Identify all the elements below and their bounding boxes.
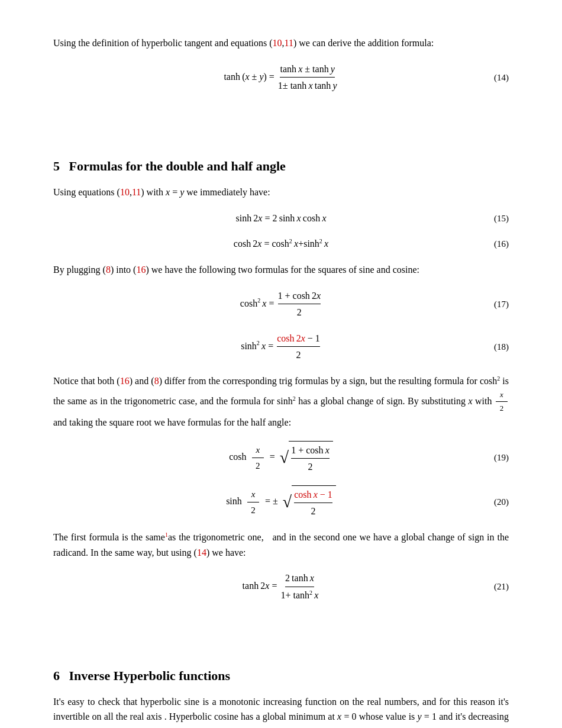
plugging-paragraph: By plugging (8) into (16) we have the fo…	[53, 262, 509, 278]
eq16-content: cosh 2x = cosh2 x+sinh2 x	[234, 236, 328, 252]
eq14-label: (14)	[494, 70, 509, 85]
ref-11b[interactable]: 11	[132, 187, 141, 197]
eq20-label: (20)	[494, 495, 509, 509]
page: Using the definition of hyperbolic tange…	[53, 36, 509, 728]
eq14-content: tanh (x ± y) = tanh x ± tanh y 1± tanh x…	[224, 62, 338, 94]
sqrt-symbol-19: √	[280, 449, 289, 466]
eq19-label: (19)	[494, 450, 509, 465]
section6-intro: It's easy to check that hyperbolic sine …	[53, 694, 509, 728]
section6-heading: 6 Inverse Hyperbolic functions	[53, 665, 509, 686]
eq21-content: tanh 2x = 2 tanh x 1+ tanh2 x	[243, 571, 320, 603]
ref-16b[interactable]: 16	[120, 376, 130, 386]
ref-11[interactable]: 11	[285, 38, 293, 48]
sqrt-symbol-20: √	[283, 494, 292, 510]
eq19-sqrt-content: 1 + cosh x 2	[289, 441, 333, 475]
section5-number: 5	[53, 159, 60, 173]
notice-paragraph: Notice that both (16) and (8) differ fro…	[53, 373, 509, 430]
eq21-frac: 2 tanh x 1+ tanh2 x	[281, 571, 319, 603]
section5-heading: 5 Formulas for the double and half angle	[53, 156, 509, 176]
ref-8[interactable]: 8	[106, 265, 111, 275]
eq20-frac-x2: x 2	[247, 487, 259, 517]
eq17-content: cosh2 x = 1 + cosh 2x 2	[240, 288, 322, 320]
eq18-frac: cosh 2x − 1 2	[277, 331, 320, 363]
eq19-content: cosh x 2 = √ 1 + cosh x 2	[229, 441, 333, 475]
section6-number: 6	[53, 668, 60, 683]
eq15-label: (15)	[494, 211, 509, 226]
eq15-content: sinh 2x = 2 sinh x cosh x	[235, 211, 326, 226]
eq17-frac: 1 + cosh 2x 2	[278, 288, 321, 320]
inline-frac-x2: x2	[496, 389, 508, 415]
section6-title: Inverse Hyperbolic functions	[69, 668, 231, 683]
section5-intro: Using equations (10,11) with x = y we im…	[53, 185, 509, 200]
eq14-frac: tanh x ± tanh y 1± tanh x tanh y	[278, 62, 337, 94]
eq17-label: (17)	[494, 297, 509, 311]
eq20-sqrt-content: cosh x − 1 2	[292, 485, 336, 519]
eq21-label: (21)	[494, 579, 509, 594]
equation-18: sinh2 x = cosh 2x − 1 2 (18)	[53, 331, 509, 363]
ref-14[interactable]: 14	[197, 547, 206, 558]
ref-10b[interactable]: 10	[120, 187, 130, 197]
footnote-link-1[interactable]: 1	[165, 531, 168, 538]
equation-15: sinh 2x = 2 sinh x cosh x (15)	[53, 211, 509, 226]
ref-8b[interactable]: 8	[154, 376, 159, 386]
eq19-frac-x2: x 2	[252, 443, 264, 473]
equation-20: sinh x 2 = ± √ cosh x − 1 2 (20)	[53, 485, 509, 519]
equation-19: cosh x 2 = √ 1 + cosh x 2 (19)	[53, 441, 509, 475]
eq20-inner-frac: cosh x − 1 2	[294, 487, 332, 519]
eq18-content: sinh2 x = cosh 2x − 1 2	[241, 331, 321, 363]
equation-16: cosh 2x = cosh2 x+sinh2 x (16)	[53, 236, 509, 252]
section5-title: Formulas for the double and half angle	[69, 159, 286, 173]
eq19-sqrt: √ 1 + cosh x 2	[280, 441, 333, 475]
footnote-ref-1: 1	[165, 531, 168, 538]
ref-cosh-x-1[interactable]: cosh x − 1	[294, 489, 332, 500]
eq20-sqrt: √ cosh x − 1 2	[283, 485, 336, 519]
equation-21: tanh 2x = 2 tanh x 1+ tanh2 x (21)	[53, 571, 509, 603]
eq18-label: (18)	[494, 340, 509, 354]
eq16-label: (16)	[494, 237, 509, 251]
equation-17: cosh2 x = 1 + cosh 2x 2 (17)	[53, 288, 509, 320]
intro-paragraph: Using the definition of hyperbolic tange…	[53, 36, 509, 51]
ref-cosh2x[interactable]: cosh 2x	[277, 333, 305, 343]
ref-16[interactable]: 16	[136, 265, 146, 275]
equation-14: tanh (x ± y) = tanh x ± tanh y 1± tanh x…	[53, 62, 509, 94]
first-formula-paragraph: The first formula is the same1as the tri…	[53, 530, 509, 560]
eq20-content: sinh x 2 = ± √ cosh x − 1 2	[226, 485, 336, 519]
eq19-inner-frac: 1 + cosh x 2	[291, 443, 330, 475]
ref-10[interactable]: 10	[273, 38, 282, 48]
